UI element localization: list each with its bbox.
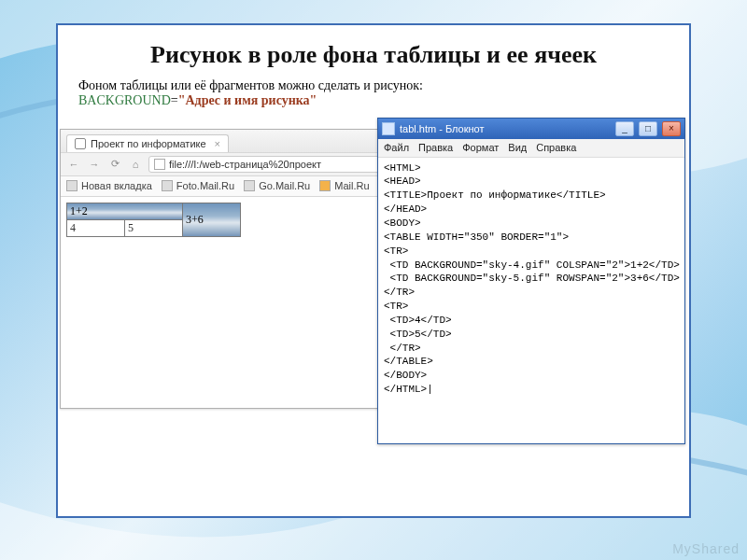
cell-4: 4 [67,219,125,236]
bookmark-icon [244,180,255,191]
keyword-value: "Адрес и имя рисунка" [178,93,317,107]
cell-5: 5 [125,219,183,236]
notepad-app-icon [382,122,395,135]
browser-toolbar: ← → ⟳ ⌂ file:///I:/web-страница%20проект [61,152,400,176]
favicon-icon [75,138,86,149]
bookmark-item[interactable]: Mail.Ru [319,180,369,191]
page-icon [154,159,165,170]
maximize-button[interactable]: □ [639,121,657,136]
browser-window: Проект по информатике × ← → ⟳ ⌂ file:///… [60,129,401,409]
bookmark-icon [66,180,78,191]
bookmark-icon [162,180,173,191]
bookmark-label: Новая вкладка [81,180,152,191]
reload-icon[interactable]: ⟳ [107,157,122,172]
browser-viewport: 1+2 3+6 4 5 [61,197,400,243]
menu-view[interactable]: Вид [508,142,527,153]
tab-close-icon[interactable]: × [215,138,220,149]
bookmark-label: Mail.Ru [334,180,369,191]
menu-edit[interactable]: Правка [418,142,453,153]
keyword-background: BACKGROUND [78,93,171,107]
bookmark-item[interactable]: Go.Mail.Ru [244,180,310,191]
address-bar[interactable]: file:///I:/web-страница%20проект [148,156,394,173]
bookmarks-bar: Новая вкладка Foto.Mail.Ru Go.Mail.Ru Ma… [61,176,400,197]
equals-sign: = [171,93,178,107]
bookmark-label: Foto.Mail.Ru [176,180,234,191]
bookmark-icon [319,180,331,191]
close-button[interactable]: × [662,121,681,136]
intro-paragraph: Фоном таблицы или её фрагментов можно сд… [78,78,669,108]
minimize-button[interactable]: _ [615,121,634,136]
slide-frame: Рисунок в роле фона таблицы и ее ячеек Ф… [56,23,691,518]
demo-table: 1+2 3+6 4 5 [66,203,241,237]
cell-3-6: 3+6 [183,203,241,236]
notepad-menubar: Файл Правка Формат Вид Справка [378,139,684,158]
notepad-window: tabl.htm - Блокнот _ □ × Файл Правка Фор… [377,118,685,444]
back-icon[interactable]: ← [66,157,81,172]
watermark: MyShared [672,541,740,556]
tab-title: Проект по информатике [91,138,206,149]
url-text: file:///I:/web-страница%20проект [169,159,321,170]
bookmark-item[interactable]: Foto.Mail.Ru [162,180,234,191]
menu-file[interactable]: Файл [384,142,409,153]
notepad-editor[interactable]: <HTML> <HEAD> <TITLE>Проект по информати… [378,158,684,400]
browser-tabbar: Проект по информатике × [61,130,400,152]
browser-tab[interactable]: Проект по информатике × [66,134,229,152]
intro-text: Фоном таблицы или её фрагментов можно сд… [78,78,423,92]
notepad-title-text: tabl.htm - Блокнот [400,123,484,134]
cell-1-2: 1+2 [67,203,183,219]
menu-help[interactable]: Справка [536,142,576,153]
bookmark-label: Go.Mail.Ru [259,180,310,191]
menu-format[interactable]: Формат [462,142,499,153]
apps-area: Проект по информатике × ← → ⟳ ⌂ file:///… [78,119,669,455]
bookmark-item[interactable]: Новая вкладка [66,180,152,191]
home-icon[interactable]: ⌂ [128,157,143,172]
notepad-titlebar[interactable]: tabl.htm - Блокнот _ □ × [378,119,684,139]
forward-icon[interactable]: → [87,157,102,172]
slide-title: Рисунок в роле фона таблицы и ее ячеек [78,42,669,69]
